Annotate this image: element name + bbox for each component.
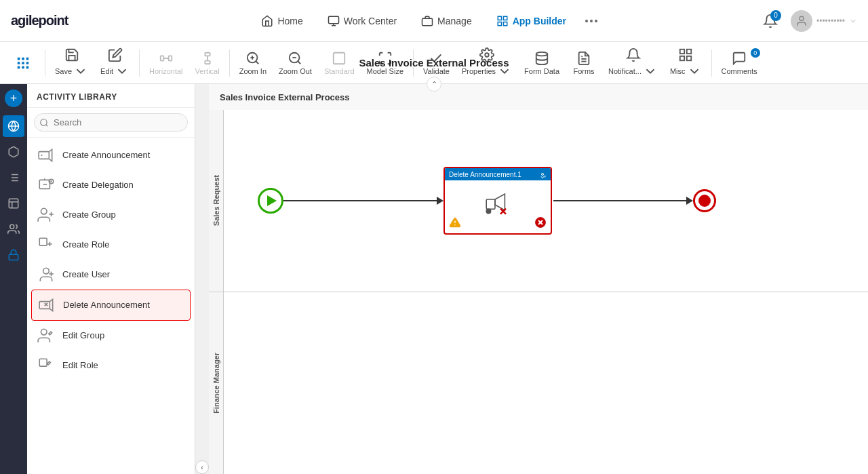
forms-button[interactable]: Forms [566,48,601,78]
svg-point-33 [536,52,548,56]
create-delegation-icon [37,176,56,195]
svg-rect-18 [161,56,164,60]
horizontal-button[interactable]: Horizontal [144,48,189,78]
sidebar-icon-four[interactable] [3,193,24,214]
add-activity-button[interactable]: + [5,90,22,107]
zoom-in-button[interactable]: Zoom In [234,48,272,78]
zoom-out-button[interactable]: Zoom Out [273,48,317,78]
list-item-create-group[interactable]: Create Group [27,200,195,230]
svg-line-52 [46,124,48,126]
more-nav-button[interactable] [581,20,601,22]
svg-rect-36 [680,49,684,53]
svg-rect-31 [334,52,345,64]
delete-badge [534,216,547,231]
svg-rect-50 [9,254,18,260]
list-item-create-delegation[interactable]: Create Delegation [27,170,195,200]
delete-announcement-node[interactable]: Delete Announcement.1 [443,167,552,235]
nav-home[interactable]: Home [252,11,312,31]
arrow-head-1 [437,197,443,205]
search-input[interactable] [34,113,188,132]
list-item-create-announcement[interactable]: Create Announcement [27,140,195,170]
main-layout: + ACTIVITY LIBRARY [0,84,868,474]
list-item-delete-announcement[interactable]: Delete Announcement [31,290,191,321]
activity-library-header: ACTIVITY LIBRARY [27,84,195,108]
node-settings-icon[interactable] [538,170,547,178]
svg-point-8 [800,16,804,20]
svg-rect-14 [26,62,29,64]
edit-button[interactable]: Edit [95,45,135,81]
user-menu[interactable]: •••••••••• [791,10,857,32]
svg-rect-53 [39,152,49,159]
sidebar-icon-three[interactable] [3,167,24,189]
notifications-button[interactable]: 0 [758,9,783,33]
nav-workcenter[interactable]: Work Center [318,11,406,31]
notification-badge: 0 [770,10,781,21]
svg-rect-15 [18,66,20,68]
svg-point-73 [41,329,47,335]
toolbar-collapse-button[interactable]: ⌃ [427,77,441,92]
nav-right-actions: 0 •••••••••• [758,9,857,33]
arrow-line-2 [553,200,689,201]
app-logo[interactable]: agilepoint [11,9,68,33]
misc-button[interactable]: Misc [665,45,707,81]
panel-collapse-button[interactable]: ‹ [195,460,209,474]
user-avatar [791,10,812,32]
svg-rect-0 [328,16,338,24]
lane2-content [224,292,868,474]
svg-rect-13 [22,62,24,64]
create-announcement-icon [37,146,56,165]
svg-point-61 [41,208,47,214]
svg-rect-21 [205,52,210,56]
save-button[interactable]: Save [50,45,94,81]
arrow-line-1 [283,200,439,201]
svg-point-51 [41,119,47,125]
vertical-button[interactable]: Vertical [190,48,225,78]
search-icon [39,118,49,127]
lane2-header: Finance Manager [209,292,224,474]
end-node[interactable] [693,189,716,212]
sidebar-icon-strip: + [0,84,27,474]
svg-rect-16 [22,66,24,68]
apps-grid-button[interactable] [5,53,41,73]
sidebar-icon-two[interactable] [3,141,24,163]
comments-badge: 0 [751,48,760,58]
process-canvas[interactable]: Sales Invoice External Process Sales Req… [209,84,868,474]
nav-appbuilder[interactable]: App Builder [487,11,576,31]
lane1-header: Sales Request [209,110,224,292]
svg-rect-4 [498,16,501,20]
list-item-edit-group[interactable]: Edit Group [27,321,195,351]
create-role-icon [37,235,56,254]
svg-line-25 [256,61,258,64]
list-item-create-role[interactable]: Create Role [27,230,195,260]
activity-library-panel: ACTIVITY LIBRARY Create Announcement [27,84,195,474]
svg-rect-5 [503,16,507,20]
standard-button[interactable]: Standard [319,48,360,78]
sidebar-icon-activities[interactable] [3,115,24,137]
svg-rect-76 [486,199,495,209]
sidebar-icon-six[interactable] [3,244,24,266]
nav-manage[interactable]: Manage [412,11,481,31]
svg-rect-38 [680,56,684,60]
svg-point-32 [485,53,489,57]
svg-rect-10 [22,57,24,60]
svg-rect-48 [9,199,18,208]
edit-group-icon [37,326,56,345]
nav-menu: Home Work Center Manage App Builder [95,11,758,31]
delete-announcement-icon [37,296,56,315]
svg-rect-19 [168,56,172,60]
node-icon [483,191,513,220]
create-user-icon [37,265,56,284]
process-title: Sales Invoice External Process [359,57,509,68]
notifications-toolbar-button[interactable]: Notificat... [603,45,663,81]
form-data-button[interactable]: Form Data [519,48,565,78]
svg-rect-9 [18,57,20,60]
top-navigation: agilepoint Home Work Center Manage App B… [0,0,868,42]
list-item-create-user[interactable]: Create User [27,260,195,290]
sidebar-icon-five[interactable] [3,218,24,240]
create-group-icon [37,205,56,224]
svg-rect-3 [422,18,433,26]
start-node[interactable] [258,188,283,214]
comments-button[interactable]: 0 Comments [716,48,763,78]
list-item-edit-role[interactable]: Edit Role [27,351,195,380]
svg-line-29 [298,61,301,64]
